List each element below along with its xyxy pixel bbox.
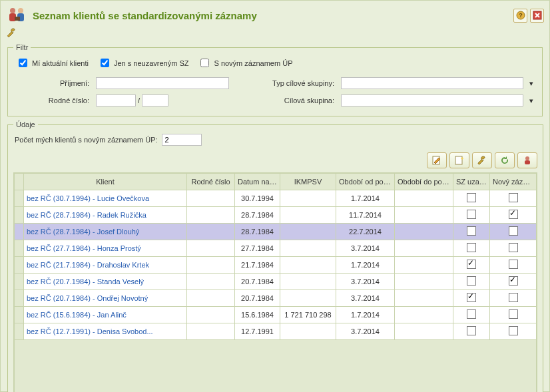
- help-button[interactable]: ?: [513, 9, 527, 23]
- rc-input-b[interactable]: [142, 95, 168, 106]
- cell-closed[interactable]: [453, 307, 490, 323]
- cell-klient[interactable]: bez RČ (15.6.1984) - Jan Alinč: [24, 307, 187, 323]
- table-row[interactable]: bez RČ (15.6.1984) - Jan Alinč15.6.19841…: [15, 307, 537, 323]
- cell-ikmpsv: 1 721 710 298: [280, 307, 336, 323]
- cell-newup[interactable]: [490, 240, 537, 257]
- label-rc: Rodné číslo:: [13, 97, 93, 104]
- closed-checkbox[interactable]: [467, 309, 476, 319]
- closed-checkbox[interactable]: [467, 276, 476, 286]
- table-row[interactable]: bez RČ (27.7.1984) - Honza Prostý27.7.19…: [15, 240, 537, 257]
- row-grip[interactable]: [15, 240, 24, 257]
- edit-record-button[interactable]: [427, 152, 447, 168]
- chk-open-sz[interactable]: Jen s neuzavreným SZ: [98, 57, 189, 69]
- cell-closed[interactable]: [453, 274, 490, 290]
- rc-input-a[interactable]: [96, 95, 136, 106]
- cell-klient[interactable]: bez RČ (28.7.1984) - Josef Dlouhý: [24, 224, 187, 240]
- target-group-combo[interactable]: [341, 95, 523, 106]
- cell-newup[interactable]: [490, 290, 537, 307]
- clients-table-wrap: Klient Rodné číslo Datum narození IKMPSV…: [13, 172, 537, 392]
- target-type-combo[interactable]: [341, 77, 523, 89]
- col-klient[interactable]: Klient: [24, 174, 187, 190]
- closed-checkbox[interactable]: [467, 226, 476, 236]
- cell-closed[interactable]: [453, 323, 490, 340]
- cell-closed[interactable]: [453, 207, 490, 224]
- closed-checkbox[interactable]: [467, 293, 476, 302]
- newup-checkbox[interactable]: [509, 293, 518, 302]
- col-dob[interactable]: Datum narození: [235, 174, 280, 190]
- chk-open-sz-input[interactable]: [101, 59, 109, 67]
- target-group-caret-icon[interactable]: ▾: [526, 97, 537, 105]
- surname-input[interactable]: [96, 77, 229, 89]
- row-grip[interactable]: [15, 257, 24, 274]
- table-row[interactable]: bez RČ (28.7.1984) - Josef Dlouhý28.7.19…: [15, 224, 537, 240]
- row-grip[interactable]: [15, 290, 24, 307]
- newup-checkbox[interactable]: [509, 226, 518, 236]
- table-row[interactable]: bez RČ (12.7.1991) - Denisa Svobod...12.…: [15, 323, 537, 340]
- cell-closed[interactable]: [453, 290, 490, 307]
- newup-checkbox[interactable]: [509, 193, 518, 202]
- target-type-caret-icon[interactable]: ▾: [526, 79, 537, 88]
- chk-new-up[interactable]: S novým záznamem ÚP: [198, 57, 292, 69]
- cell-klient[interactable]: bez RČ (28.7.1984) - Radek Ružička: [24, 207, 187, 224]
- newup-checkbox[interactable]: [509, 326, 518, 335]
- cell-klient[interactable]: bez RČ (30.7.1994) - Lucie Ovečkova: [24, 190, 187, 207]
- cell-do: [395, 240, 453, 257]
- cell-klient[interactable]: bez RČ (20.7.1984) - Ondřej Novotný: [24, 290, 187, 307]
- cell-newup[interactable]: [490, 274, 537, 290]
- cell-klient[interactable]: bez RČ (20.7.1984) - Standa Veselý: [24, 274, 187, 290]
- row-grip[interactable]: [15, 307, 24, 323]
- col-ikmpsv[interactable]: IKMPSV: [280, 174, 336, 190]
- cell-ikmpsv: [280, 224, 336, 240]
- newup-checkbox[interactable]: [509, 210, 518, 219]
- chk-my-clients-label: Mí aktuální klienti: [32, 59, 89, 67]
- clients-table: Klient Rodné číslo Datum narození IKMPSV…: [14, 173, 537, 340]
- closed-checkbox[interactable]: [467, 210, 476, 219]
- row-grip[interactable]: [15, 207, 24, 224]
- table-row[interactable]: bez RČ (20.7.1984) - Ondřej Novotný20.7.…: [15, 290, 537, 307]
- chk-new-up-input[interactable]: [200, 59, 209, 67]
- cell-klient[interactable]: bez RČ (27.7.1984) - Honza Prostý: [24, 240, 187, 257]
- row-grip[interactable]: [15, 323, 24, 340]
- person-action-button[interactable]: [517, 152, 537, 168]
- cell-klient[interactable]: bez RČ (12.7.1991) - Denisa Svobod...: [24, 323, 187, 340]
- chk-my-clients-input[interactable]: [19, 59, 27, 67]
- closed-checkbox[interactable]: [467, 260, 476, 269]
- settings-wrench-icon[interactable]: [6, 27, 544, 38]
- refresh-button[interactable]: [495, 152, 515, 168]
- new-record-button[interactable]: [449, 152, 469, 168]
- row-grip[interactable]: [15, 190, 24, 207]
- newup-checkbox[interactable]: [509, 276, 518, 286]
- col-closed[interactable]: SZ uzavřen: [453, 174, 490, 190]
- cell-newup[interactable]: [490, 224, 537, 240]
- cell-newup[interactable]: [490, 257, 537, 274]
- cell-klient[interactable]: bez RČ (21.7.1984) - Drahoslav Krtek: [24, 257, 187, 274]
- cell-newup[interactable]: [490, 190, 537, 207]
- col-od[interactable]: Období od posledního SZ: [336, 174, 395, 190]
- svg-point-10: [525, 156, 529, 160]
- newup-checkbox[interactable]: [509, 243, 518, 252]
- table-row[interactable]: bez RČ (21.7.1984) - Drahoslav Krtek21.7…: [15, 257, 537, 274]
- col-rc[interactable]: Rodné číslo: [187, 174, 235, 190]
- cell-newup[interactable]: [490, 207, 537, 224]
- table-row[interactable]: bez RČ (20.7.1984) - Standa Veselý20.7.1…: [15, 274, 537, 290]
- cell-closed[interactable]: [453, 224, 490, 240]
- cell-newup[interactable]: [490, 307, 537, 323]
- newup-checkbox[interactable]: [509, 260, 518, 269]
- cell-closed[interactable]: [453, 240, 490, 257]
- table-row[interactable]: bez RČ (28.7.1984) - Radek Ružička28.7.1…: [15, 207, 537, 224]
- row-grip[interactable]: [15, 224, 24, 240]
- closed-checkbox[interactable]: [467, 326, 476, 335]
- col-do[interactable]: Období do posledního SZ: [395, 174, 453, 190]
- table-row[interactable]: bez RČ (30.7.1994) - Lucie Ovečkova30.7.…: [15, 190, 537, 207]
- col-newup[interactable]: Nový záznam ÚP: [490, 174, 537, 190]
- cell-closed[interactable]: [453, 190, 490, 207]
- cell-closed[interactable]: [453, 257, 490, 274]
- close-button[interactable]: [530, 9, 544, 23]
- chk-my-clients[interactable]: Mí aktuální klienti: [16, 57, 89, 69]
- tools-button[interactable]: [472, 152, 492, 168]
- cell-newup[interactable]: [490, 323, 537, 340]
- closed-checkbox[interactable]: [467, 243, 476, 252]
- row-grip[interactable]: [15, 274, 24, 290]
- closed-checkbox[interactable]: [467, 193, 476, 202]
- newup-checkbox[interactable]: [509, 309, 518, 319]
